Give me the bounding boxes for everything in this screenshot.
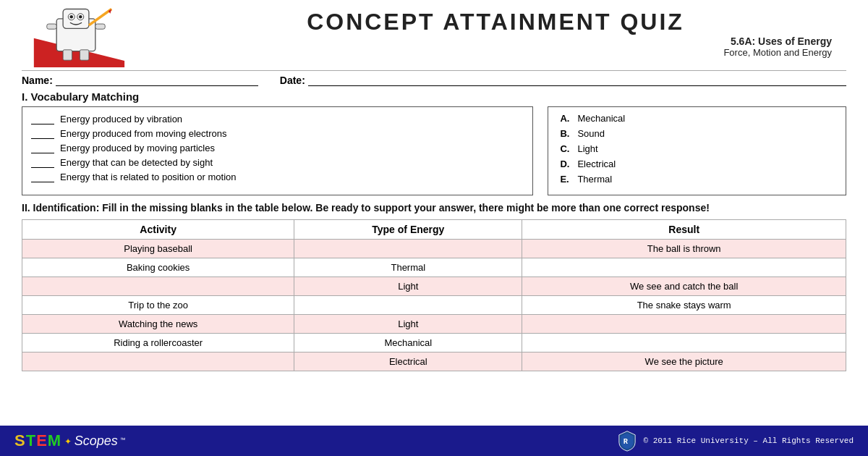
footer: STEM ✦ Scopes™ R © 2011 Rice University … xyxy=(0,426,868,456)
vocab-right-text: Mechanical xyxy=(577,113,625,124)
table-row: Trip to the zooThe snake stays warm xyxy=(22,295,846,314)
vocab-right-box: A.MechanicalB.SoundC.LightD.ElectricalE.… xyxy=(548,106,846,195)
vocab-letter: E. xyxy=(560,174,577,185)
vocab-right-text: Electrical xyxy=(577,159,616,169)
cell-result: The ball is thrown xyxy=(522,239,846,258)
energy-table: Activity Type of Energy Result Playing b… xyxy=(22,219,846,371)
vocab-answer-blank xyxy=(31,142,54,153)
cell-energy xyxy=(294,295,522,314)
cell-result xyxy=(522,314,846,333)
table-row: ElectricalWe see the picture xyxy=(22,352,846,371)
col-result: Result xyxy=(522,219,846,239)
table-body: Playing baseballThe ball is thrownBaking… xyxy=(22,239,846,371)
cell-energy: Light xyxy=(294,276,522,295)
svg-point-6 xyxy=(70,15,73,18)
vocab-left-row: Energy produced from moving electrons xyxy=(31,127,524,139)
vocab-answer-blank xyxy=(31,127,54,139)
cell-activity: Watching the news xyxy=(22,314,294,333)
svg-rect-11 xyxy=(95,24,105,29)
table-row: Riding a rollercoasterMechanical xyxy=(22,333,846,352)
vocab-left-box: Energy produced by vibration Energy prod… xyxy=(22,106,533,195)
table-row: Watching the newsLight xyxy=(22,314,846,333)
cell-result: We see and catch the ball xyxy=(522,276,846,295)
header-logo xyxy=(22,6,137,67)
footer-right: R © 2011 Rice University – All Rights Re… xyxy=(616,430,854,452)
svg-rect-10 xyxy=(47,24,56,29)
logo-stem: STEM xyxy=(14,431,61,450)
logo-tm: ™ xyxy=(121,437,125,445)
header: CONCEPT ATTAINMENT QUIZ 5.6A: Uses of En… xyxy=(22,0,846,67)
vocab-letter: B. xyxy=(560,128,577,139)
svg-rect-3 xyxy=(63,9,89,28)
name-blank xyxy=(56,74,258,86)
svg-rect-13 xyxy=(80,50,89,60)
vocab-answer-blank xyxy=(31,171,54,182)
svg-point-7 xyxy=(79,15,82,18)
vocab-answer-blank xyxy=(31,113,54,124)
svg-rect-12 xyxy=(63,50,72,60)
name-label: Name: xyxy=(22,75,53,86)
footer-copyright: © 2011 Rice University – All Rights Rese… xyxy=(644,436,854,445)
vocab-right-row: A.Mechanical xyxy=(560,113,834,124)
svg-marker-0 xyxy=(34,61,124,67)
vocab-left-text: Energy produced from moving electrons xyxy=(60,128,227,139)
cell-energy xyxy=(294,239,522,258)
vocab-left-row: Energy produced by vibration xyxy=(31,113,524,124)
cell-energy: Thermal xyxy=(294,258,522,276)
cell-activity: Trip to the zoo xyxy=(22,295,294,314)
vocab-right-row: E.Thermal xyxy=(560,174,834,185)
header-title-block: CONCEPT ATTAINMENT QUIZ 5.6A: Uses of En… xyxy=(145,6,846,58)
cell-energy: Mechanical xyxy=(294,333,522,352)
vocab-right-row: C.Light xyxy=(560,143,834,154)
subtitle1: 5.6A: Uses of Energy xyxy=(145,35,846,47)
vocab-letter: A. xyxy=(560,113,577,124)
section2-title: II. Identification: Fill in the missing … xyxy=(22,201,846,216)
vocab-left-text: Energy produced by moving particles xyxy=(60,143,215,153)
main-title: CONCEPT ATTAINMENT QUIZ xyxy=(145,9,846,35)
vocab-container: Energy produced by vibration Energy prod… xyxy=(22,106,846,195)
vocab-right-text: Light xyxy=(577,143,597,154)
date-label: Date: xyxy=(280,75,305,86)
logo-m: M xyxy=(48,431,61,449)
vocab-letter: D. xyxy=(560,159,577,169)
table-row: LightWe see and catch the ball xyxy=(22,276,846,295)
svg-text:R: R xyxy=(623,437,628,446)
cell-activity: Playing baseball xyxy=(22,239,294,258)
vocab-left-row: Energy produced by moving particles xyxy=(31,142,524,153)
vocab-letter: C. xyxy=(560,143,577,154)
vocab-left-text: Energy that can be detected by sight xyxy=(60,157,213,168)
cell-result: The snake stays warm xyxy=(522,295,846,314)
cell-result: We see the picture xyxy=(522,352,846,371)
col-energy: Type of Energy xyxy=(294,219,522,239)
date-blank xyxy=(308,74,846,86)
vocab-right-row: D.Electrical xyxy=(560,159,834,169)
vocab-left-row: Energy that can be detected by sight xyxy=(31,156,524,168)
vocab-right-text: Thermal xyxy=(577,174,612,185)
logo-e: E xyxy=(36,431,48,449)
table-row: Baking cookiesThermal xyxy=(22,258,846,276)
vocab-right-text: Sound xyxy=(577,128,605,139)
cell-activity: Baking cookies xyxy=(22,258,294,276)
cell-activity: Riding a rollercoaster xyxy=(22,333,294,352)
logo-star1: ✦ xyxy=(64,434,72,448)
table-row: Playing baseballThe ball is thrown xyxy=(22,239,846,258)
name-date-line: Name: Date: xyxy=(22,70,846,86)
logo-t: T xyxy=(26,431,36,449)
cell-energy: Electrical xyxy=(294,352,522,371)
vocab-left-row: Energy that is related to position or mo… xyxy=(31,171,524,182)
vocab-answer-blank xyxy=(31,156,54,168)
logo-scopes: Scopes xyxy=(75,434,118,449)
cell-result xyxy=(522,333,846,352)
footer-shield-icon: R xyxy=(616,430,638,452)
col-activity: Activity xyxy=(22,219,294,239)
logo-s: S xyxy=(14,431,26,449)
cell-activity xyxy=(22,352,294,371)
subtitle2: Force, Motion and Energy xyxy=(145,47,846,58)
footer-brand: STEM ✦ Scopes™ xyxy=(14,431,125,450)
svg-line-8 xyxy=(89,9,111,25)
vocab-left-text: Energy that is related to position or mo… xyxy=(60,172,237,182)
cell-energy: Light xyxy=(294,314,522,333)
section1-title: I. Vocabulary Matching xyxy=(22,90,846,103)
cell-activity xyxy=(22,276,294,295)
vocab-left-text: Energy produced by vibration xyxy=(60,114,182,124)
